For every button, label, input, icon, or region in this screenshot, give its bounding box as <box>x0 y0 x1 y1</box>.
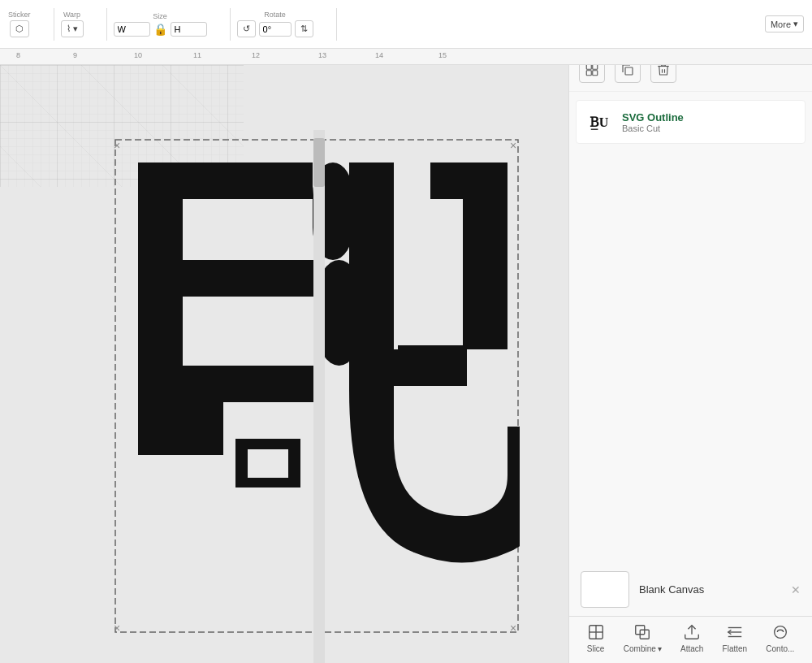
ruler-num-14: 14 <box>375 51 383 59</box>
flatten-icon <box>726 623 744 641</box>
combine-icon <box>633 623 651 641</box>
ruler-num-9: 9 <box>73 51 77 59</box>
size-group: Size 🔒 <box>114 12 207 37</box>
svg-rect-32 <box>183 402 223 455</box>
layers-content: B̲U SVG Outline Basic Cut <box>569 92 812 563</box>
rotate-arrows-button[interactable]: ⇅ <box>295 20 313 37</box>
divider-2 <box>106 8 107 41</box>
svg-text:×: × <box>510 139 516 152</box>
svg-rect-41 <box>349 349 467 386</box>
ruler-num-11: 11 <box>193 51 201 59</box>
svg-rect-26 <box>138 162 183 455</box>
svg-text:B̲U: B̲U <box>590 115 609 130</box>
slice-label: Slice <box>587 644 605 653</box>
layer-preview-icon: B̲U <box>588 109 614 135</box>
contour-label: Conto... <box>766 644 794 653</box>
ruler-num-8: 8 <box>16 51 20 59</box>
rotate-label: Rotate <box>264 11 286 19</box>
more-arrow-icon: ▾ <box>793 19 798 29</box>
ruler-num-10: 10 <box>134 51 142 59</box>
canvas-scrollbar-thumb[interactable] <box>313 138 325 187</box>
layer-item-svg-outline[interactable]: B̲U SVG Outline Basic Cut <box>576 100 806 144</box>
warp-button[interactable]: ⌇▾ <box>61 20 84 37</box>
width-input[interactable] <box>114 22 150 37</box>
canvas-area[interactable]: × × × × <box>0 65 568 663</box>
blank-canvas-close-button[interactable]: ✕ <box>791 583 801 596</box>
ruler-num-12: 12 <box>252 51 260 59</box>
sticker-group: Sticker ⬡ <box>8 11 31 37</box>
ruler-num-13: 13 <box>318 51 326 59</box>
divider-1 <box>54 8 54 41</box>
more-label: More <box>771 20 791 29</box>
svg-rect-29 <box>183 260 317 297</box>
rotate-ccw-button[interactable]: ↺ <box>237 20 256 37</box>
ruler-top: 8 9 10 11 12 13 14 15 <box>0 49 812 65</box>
flatten-tool[interactable]: Flatten <box>723 623 748 653</box>
ruler-num-15: 15 <box>438 51 447 59</box>
combine-label-group: Combine ▾ <box>624 644 662 653</box>
svg-rect-27 <box>183 162 313 199</box>
svg-rect-33 <box>187 203 300 256</box>
divider-3 <box>230 8 231 41</box>
combine-tool[interactable]: Combine ▾ <box>624 623 662 653</box>
layer-info: SVG Outline Basic Cut <box>622 111 793 133</box>
svg-rect-36 <box>248 449 288 478</box>
svg-rect-42 <box>586 64 591 69</box>
attach-label: Attach <box>680 644 703 653</box>
layer-name: SVG Outline <box>622 111 793 124</box>
svg-point-57 <box>774 626 786 639</box>
blank-canvas-thumb <box>581 571 629 608</box>
warp-label: Warp <box>63 11 80 19</box>
bottom-toolbar: Slice Combine ▾ Attach <box>569 616 812 663</box>
svg-text:×: × <box>510 622 516 634</box>
flatten-label: Flatten <box>723 644 748 653</box>
rotate-inputs: ↺ ⇅ <box>237 20 313 37</box>
size-inputs: 🔒 <box>114 22 207 37</box>
sticker-label: Sticker <box>8 11 31 19</box>
blank-canvas-label: Blank Canvas <box>639 583 704 596</box>
layer-thumb: B̲U <box>588 109 614 135</box>
warp-group: Warp ⌇▾ <box>61 11 84 37</box>
svg-rect-46 <box>625 67 633 75</box>
svg-rect-39 <box>430 162 508 199</box>
rotate-input[interactable] <box>259 22 292 37</box>
blank-canvas-section: Blank Canvas ✕ <box>569 563 812 616</box>
lock-icon: 🔒 <box>153 23 167 36</box>
right-panel: Layers Color Sync ✕ <box>568 0 812 663</box>
sticker-icon: ⬡ <box>15 24 24 34</box>
svg-rect-45 <box>593 71 598 76</box>
slice-icon <box>587 623 605 641</box>
top-toolbar: Sticker ⬡ Warp ⌇▾ Size 🔒 Rotate ↺ ⇅ <box>0 0 812 49</box>
more-group: More ▾ <box>765 15 804 32</box>
attach-tool[interactable]: Attach <box>680 623 703 653</box>
combine-label: Combine <box>624 644 656 653</box>
contour-icon <box>771 623 789 641</box>
slice-tool[interactable]: Slice <box>587 623 605 653</box>
svg-text:×: × <box>114 622 120 634</box>
layer-sub: Basic Cut <box>622 124 793 133</box>
svg-rect-34 <box>187 301 300 362</box>
height-input[interactable] <box>171 22 207 37</box>
combine-arrow: ▾ <box>658 644 662 653</box>
svg-rect-43 <box>593 64 598 69</box>
more-button[interactable]: More ▾ <box>765 15 804 32</box>
contour-tool[interactable]: Conto... <box>766 623 794 653</box>
canvas-scrollbar[interactable] <box>313 130 325 663</box>
divider-4 <box>336 8 337 41</box>
svg-rect-44 <box>586 71 591 76</box>
warp-icon: ⌇ <box>67 24 71 34</box>
svg-rect-31 <box>183 366 317 402</box>
attach-icon <box>683 623 701 641</box>
rotate-group: Rotate ↺ ⇅ <box>237 11 313 37</box>
svg-text:×: × <box>114 139 120 152</box>
size-label: Size <box>153 12 167 20</box>
sticker-button[interactable]: ⬡ <box>10 20 29 37</box>
